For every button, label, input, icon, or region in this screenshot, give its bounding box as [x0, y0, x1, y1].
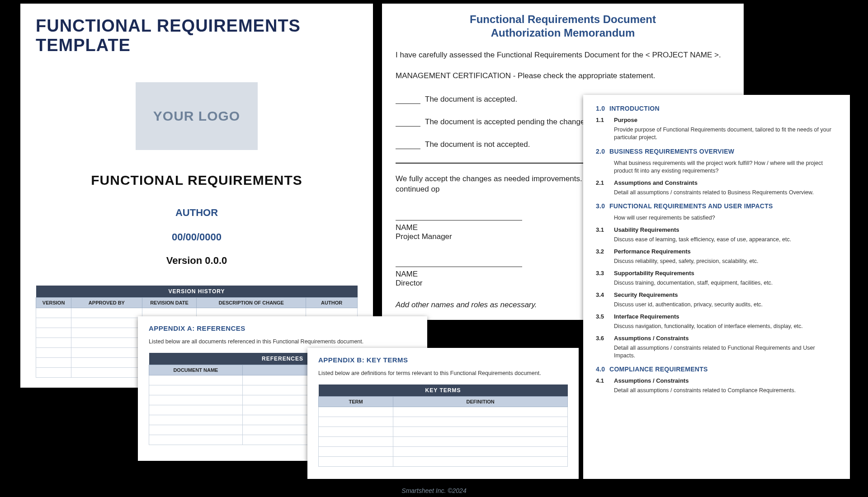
memo-intro: I have carefully assessed the Functional…: [396, 50, 730, 61]
logo-text: YOUR LOGO: [153, 108, 240, 124]
appendix-a-desc: Listed below are all documents reference…: [149, 338, 416, 345]
toc-subsection: 3.2Performance Requirements: [596, 248, 837, 255]
toc-sub-desc: Discuss reliability, speed, safety, prec…: [614, 258, 837, 265]
logo-placeholder: YOUR LOGO: [136, 82, 258, 150]
blank-line: [396, 143, 420, 149]
toc-sub-desc: Discuss training, documentation, staff, …: [614, 279, 837, 287]
signature-line: [396, 266, 522, 267]
col-desc: DESCRIPTION OF CHANGE: [197, 298, 306, 308]
section-4: 4.0COMPLIANCE REQUIREMENTS 4.1Assumption…: [596, 366, 837, 394]
toc-sub-desc: Detail all assumptions / constraints rel…: [614, 344, 837, 360]
col-revdate: REVISION DATE: [142, 298, 197, 308]
section-1: 1.0INTRODUCTION 1.1Purpose Provide purpo…: [596, 105, 837, 141]
section-3: 3.0FUNCTIONAL REQUIREMENTS AND USER IMPA…: [596, 202, 837, 359]
toc-subsection: 3.3Supportability Requirements: [596, 270, 837, 277]
table-row: [319, 457, 568, 467]
table-row: [319, 437, 568, 447]
memo-cert: MANAGEMENT CERTIFICATION - Please check …: [396, 70, 730, 81]
doc-author: AUTHOR: [36, 207, 358, 219]
table-row: [319, 407, 568, 417]
doc-date: 00/00/0000: [36, 231, 358, 243]
toc-subsection: 3.1Usability Requirements: [596, 226, 837, 233]
col-author: AUTHOR: [306, 298, 358, 308]
toc-subsection: 3.5Interface Requirements: [596, 313, 837, 320]
toc-sub-desc: Discuss ease of learning, task efficienc…: [614, 236, 837, 244]
appendix-b-title: APPENDIX B: KEY TERMS: [318, 356, 568, 364]
blank-line: [396, 120, 420, 127]
table-row: [319, 427, 568, 437]
signature-line: [396, 220, 522, 220]
section-2: 2.0BUSINESS REQUIREMENTS OVERVIEW What b…: [596, 148, 837, 197]
appendix-b-desc: Listed below are definitions for terms r…: [318, 370, 568, 376]
toc-sub-desc: Discuss navigation, functionality, locat…: [614, 323, 837, 330]
table-row: [319, 447, 568, 457]
footer-credit: Smartsheet Inc. ©2024: [0, 487, 868, 494]
memo-title: Functional Requirements Document Authori…: [396, 13, 730, 40]
table-row: [319, 417, 568, 427]
toc-page: 1.0INTRODUCTION 1.1Purpose Provide purpo…: [583, 95, 850, 479]
blank-line: [396, 98, 420, 104]
col-term: TERM: [319, 397, 393, 407]
appendix-a-title: APPENDIX A: REFERENCES: [149, 324, 416, 332]
col-version: VERSION: [36, 298, 71, 308]
col-docname: DOCUMENT NAME: [149, 365, 243, 375]
col-def: DEFINITION: [393, 397, 568, 407]
toc-subsection: 3.6Assumptions / Constraints: [596, 335, 837, 342]
toc-sub-desc: Discuss user id, authentication, privacy…: [614, 301, 837, 309]
table-title: KEY TERMS: [319, 384, 568, 397]
doc-subtitle: FUNCTIONAL REQUIREMENTS: [36, 173, 358, 188]
appendix-b-page: APPENDIX B: KEY TERMS Listed below are d…: [307, 348, 579, 479]
document-stage: FUNCTIONAL REQUIREMENTS TEMPLATE YOUR LO…: [9, 0, 859, 479]
col-approved: APPROVED BY: [71, 298, 142, 308]
doc-version: Version 0.0.0: [36, 255, 358, 267]
toc-subsection: 3.4Security Requirements: [596, 291, 837, 298]
table-title: VERSION HISTORY: [36, 286, 358, 298]
doc-title: FUNCTIONAL REQUIREMENTS TEMPLATE: [36, 16, 358, 55]
key-terms-table: KEY TERMS TERM DEFINITION: [318, 384, 568, 467]
